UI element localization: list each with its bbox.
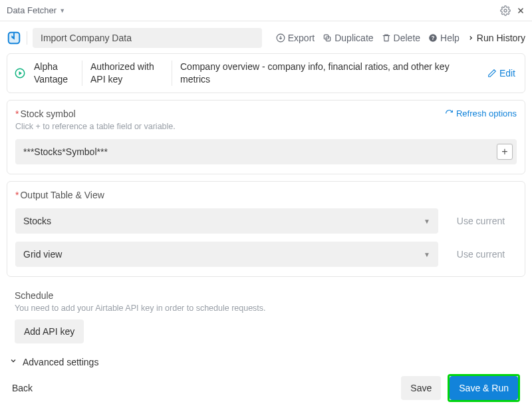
save-run-button[interactable]: Save & Run — [450, 376, 518, 400]
close-icon[interactable] — [516, 6, 525, 15]
export-button[interactable]: Export — [276, 33, 315, 43]
refresh-options-button[interactable]: Refresh options — [445, 108, 517, 118]
svg-marker-10 — [19, 71, 23, 75]
api-auth: Authorized with API key — [82, 61, 172, 86]
refresh-label: Refresh options — [456, 108, 517, 118]
stock-symbol-section: *Stock symbol Refresh options Click + to… — [7, 100, 525, 174]
output-table-select[interactable]: Stocks ▼ — [15, 208, 438, 234]
output-section: *Output Table & View Stocks ▼ Use curren… — [7, 181, 525, 277]
delete-button[interactable]: Delete — [382, 33, 420, 43]
stock-symbol-label: *Stock symbol — [15, 108, 76, 119]
schedule-label: Schedule — [15, 290, 517, 301]
chevron-down-icon: ▼ — [424, 217, 430, 224]
gear-icon[interactable] — [500, 5, 511, 16]
help-label: Help — [440, 33, 460, 43]
output-table-value: Stocks — [23, 216, 51, 226]
help-button[interactable]: ? Help — [428, 33, 460, 43]
stock-symbol-hint: Click + to reference a table field or va… — [15, 122, 517, 131]
svg-text:?: ? — [432, 35, 435, 41]
advanced-settings-toggle[interactable]: Advanced settings — [9, 357, 525, 367]
duplicate-label: Duplicate — [334, 33, 373, 43]
output-view-select[interactable]: Grid view ▼ — [15, 242, 438, 267]
export-label: Export — [288, 33, 315, 43]
edit-button[interactable]: Edit — [485, 61, 518, 86]
app-title[interactable]: Data Fetcher ▼ — [7, 5, 65, 15]
caret-down-icon: ▼ — [59, 7, 65, 14]
output-view-value: Grid view — [23, 249, 62, 260]
use-current-view-button[interactable]: Use current — [445, 242, 517, 267]
schedule-hint: You need to add your Airtable API key in… — [15, 304, 517, 313]
chevron-down-icon — [9, 357, 17, 367]
save-button[interactable]: Save — [401, 376, 441, 400]
chevron-down-icon: ▼ — [424, 250, 430, 258]
play-icon — [14, 67, 26, 79]
back-button[interactable]: Back — [12, 383, 33, 393]
delete-label: Delete — [394, 33, 420, 43]
run-history-label: Run History — [477, 33, 525, 43]
request-name-value: Import Company Data — [41, 33, 132, 43]
add-reference-button[interactable]: + — [497, 144, 513, 160]
edit-label: Edit — [499, 68, 515, 79]
app-title-label: Data Fetcher — [7, 5, 57, 15]
duplicate-button[interactable]: Duplicate — [323, 33, 373, 43]
use-current-table-button[interactable]: Use current — [445, 208, 517, 234]
app-logo-icon — [7, 31, 21, 45]
api-description: Company overview - company info, financi… — [172, 61, 485, 86]
save-run-highlight: Save & Run — [448, 374, 520, 402]
schedule-section: Schedule You need to add your Airtable A… — [7, 284, 525, 347]
api-provider: Alpha Vantage — [29, 61, 82, 86]
separator — [27, 31, 27, 45]
advanced-settings-label: Advanced settings — [23, 357, 98, 367]
request-name-input[interactable]: Import Company Data — [33, 28, 262, 48]
run-history-button[interactable]: Run History — [467, 33, 525, 43]
stock-symbol-value: ***Stocks*Symbol*** — [23, 146, 108, 157]
stock-symbol-input[interactable]: ***Stocks*Symbol*** — [15, 139, 517, 164]
add-api-key-button[interactable]: Add API key — [15, 319, 84, 343]
svg-point-0 — [504, 9, 507, 12]
api-panel: Alpha Vantage Authorized with API key Co… — [7, 53, 525, 93]
output-label: *Output Table & View — [15, 190, 517, 200]
